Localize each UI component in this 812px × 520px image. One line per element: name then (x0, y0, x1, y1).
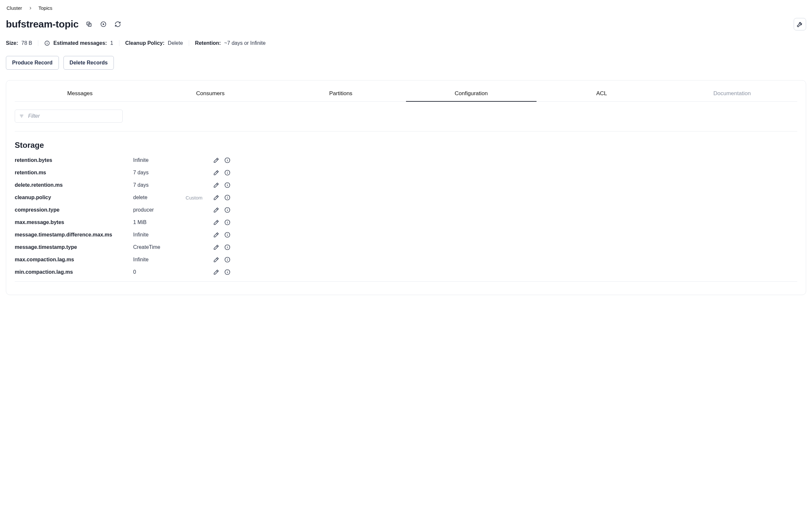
edit-icon[interactable] (213, 244, 220, 251)
stat-size-value: 78 B (21, 40, 32, 46)
refresh-icon[interactable] (114, 20, 122, 28)
tabs: Messages Consumers Partitions Configurat… (15, 86, 797, 102)
svg-point-15 (227, 172, 228, 172)
stat-size-label: Size: (6, 40, 18, 46)
edit-icon[interactable] (213, 207, 220, 213)
info-icon[interactable] (224, 207, 231, 213)
divider (15, 131, 797, 131)
page-title: bufstream-topic (6, 19, 78, 30)
info-icon[interactable] (224, 219, 231, 226)
stat-est-label: Estimated messages: (53, 40, 107, 46)
config-key: min.compaction.lag.ms (15, 269, 129, 275)
tab-configuration[interactable]: Configuration (406, 86, 536, 101)
edit-icon[interactable] (213, 269, 220, 276)
tab-consumers[interactable]: Consumers (145, 86, 276, 101)
config-row: compression.typeproducer (15, 207, 231, 213)
edit-icon[interactable] (213, 232, 220, 238)
svg-point-21 (227, 196, 228, 197)
svg-point-39 (227, 271, 228, 271)
filter-input-wrapper[interactable] (15, 109, 123, 123)
produce-record-button[interactable]: Produce Record (6, 56, 59, 70)
svg-point-36 (227, 258, 228, 259)
filter-input[interactable] (27, 113, 119, 120)
config-value: delete (133, 194, 172, 201)
svg-point-18 (227, 184, 228, 184)
config-key: delete.retention.ms (15, 182, 129, 188)
edit-icon[interactable] (213, 182, 220, 188)
info-icon[interactable] (224, 182, 231, 188)
info-icon[interactable] (224, 194, 231, 201)
stat-retention-value: ~7 days or Infinite (224, 40, 265, 46)
svg-point-27 (227, 221, 228, 222)
config-row: delete.retention.ms7 days (15, 182, 231, 188)
edit-icon[interactable] (213, 170, 220, 176)
info-icon[interactable] (224, 244, 231, 251)
tab-messages[interactable]: Messages (15, 86, 145, 101)
config-row: message.timestamp.typeCreateTime (15, 244, 231, 251)
wrench-icon[interactable] (794, 18, 806, 30)
info-icon[interactable] (224, 232, 231, 238)
breadcrumb-cluster[interactable]: Cluster (6, 5, 22, 11)
filter-icon (19, 113, 24, 119)
info-icon[interactable] (224, 157, 231, 163)
config-row: max.compaction.lag.msInfinite (15, 256, 231, 263)
tab-partitions[interactable]: Partitions (276, 86, 406, 101)
info-icon[interactable] (44, 40, 50, 46)
config-key: cleanup.policy (15, 194, 129, 201)
section-title-storage: Storage (15, 140, 797, 150)
edit-icon[interactable] (213, 157, 220, 163)
config-value: Infinite (133, 157, 172, 163)
play-icon[interactable] (99, 20, 107, 28)
stat-cleanup-value: Delete (168, 40, 183, 46)
svg-marker-3 (103, 23, 105, 26)
info-icon[interactable] (224, 256, 231, 263)
stat-retention-label: Retention: (195, 40, 221, 46)
chevron-right-icon (28, 6, 33, 10)
config-row: min.compaction.lag.ms0 (15, 269, 231, 276)
config-value: CreateTime (133, 244, 172, 250)
stat-cleanup-label: Cleanup Policy: (125, 40, 164, 46)
svg-point-30 (227, 234, 228, 234)
config-row: cleanup.policydeleteCustom (15, 194, 231, 201)
config-value: 0 (133, 269, 172, 275)
config-value: 1 MiB (133, 219, 172, 225)
config-key: message.timestamp.type (15, 244, 129, 250)
edit-icon[interactable] (213, 256, 220, 263)
stat-est-value: 1 (110, 40, 113, 46)
config-list: retention.bytesInfiniteretention.ms7 day… (15, 157, 231, 276)
edit-icon[interactable] (213, 194, 220, 201)
config-key: max.message.bytes (15, 219, 129, 225)
divider (15, 281, 797, 282)
delete-records-button[interactable]: Delete Records (64, 56, 114, 70)
breadcrumb-topics[interactable]: Topics (39, 5, 53, 11)
tab-documentation[interactable]: Documentation (667, 86, 797, 101)
config-row: max.message.bytes1 MiB (15, 219, 231, 226)
svg-point-33 (227, 246, 228, 246)
config-key: max.compaction.lag.ms (15, 257, 129, 263)
config-value: producer (133, 207, 172, 213)
config-key: retention.bytes (15, 157, 129, 163)
svg-point-6 (47, 42, 48, 43)
config-row: message.timestamp.difference.max.msInfin… (15, 232, 231, 238)
topic-stats: Size: 78 B Estimated messages: 1 Cleanup… (6, 40, 806, 56)
config-key: retention.ms (15, 170, 129, 176)
config-key: compression.type (15, 207, 129, 213)
info-icon[interactable] (224, 170, 231, 176)
copy-icon[interactable] (85, 20, 93, 28)
config-badge: Custom (176, 195, 203, 201)
tab-acl[interactable]: ACL (536, 86, 667, 101)
config-row: retention.bytesInfinite (15, 157, 231, 163)
config-value: Infinite (133, 257, 172, 263)
svg-point-12 (227, 159, 228, 160)
breadcrumb: Cluster Topics (6, 5, 806, 17)
topic-panel: Messages Consumers Partitions Configurat… (6, 80, 806, 295)
svg-point-24 (227, 209, 228, 209)
edit-icon[interactable] (213, 219, 220, 226)
config-row: retention.ms7 days (15, 170, 231, 176)
config-key: message.timestamp.difference.max.ms (15, 232, 129, 238)
config-value: 7 days (133, 182, 172, 188)
info-icon[interactable] (224, 269, 231, 276)
config-value: 7 days (133, 170, 172, 176)
config-value: Infinite (133, 232, 172, 238)
